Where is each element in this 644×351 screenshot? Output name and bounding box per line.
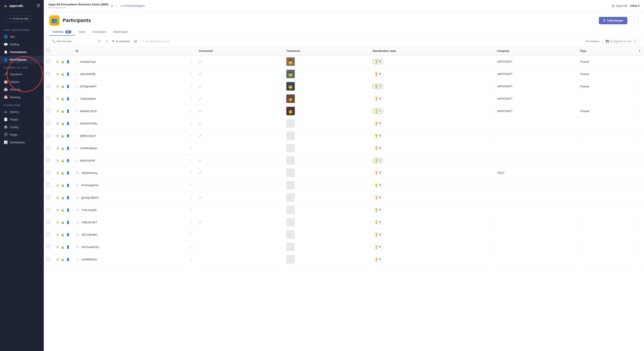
save-view-button[interactable]: 💾 Enregistrer la vue ▾ — [603, 39, 638, 44]
row-checkbox[interactable] — [47, 183, 50, 187]
delete-button[interactable]: 🗑 — [56, 245, 60, 249]
sidebar-item-apercu[interactable]: 🗂 Aperçu — [0, 108, 44, 116]
row-checkbox[interactable] — [47, 208, 50, 211]
row-checkbox[interactable] — [47, 196, 50, 199]
delete-button[interactable]: 🗑 — [56, 257, 60, 262]
lock-button[interactable]: 🔒 — [60, 257, 65, 262]
sidebar-item-webinar[interactable]: 📅 Webinar — [0, 86, 44, 93]
sidebar-item-meeting[interactable]: 📅 Meeting — [0, 93, 44, 101]
person-button[interactable]: 👤 — [66, 183, 70, 187]
sidebar-item-mailing[interactable]: ✉️ Mailing — [0, 41, 44, 48]
drag-handle-icon[interactable]: ⠿ — [190, 183, 192, 187]
row-checkbox[interactable] — [47, 159, 50, 162]
person-button[interactable]: 👤 — [66, 109, 70, 113]
access-site-button[interactable]: ↗ Accès au site — [6, 16, 31, 22]
sidebar-item-regie[interactable]: 🎬 Régie — [0, 131, 44, 138]
lock-button[interactable]: 🔒 — [60, 195, 65, 200]
sidebar-menu-button[interactable]: ☰ — [36, 3, 40, 8]
drag-handle-icon[interactable]: ⠿ — [190, 97, 192, 100]
delete-button[interactable]: 🗑 — [56, 109, 60, 113]
drag-handle-icon[interactable]: ⠿ — [190, 196, 192, 199]
lock-button[interactable]: 🔒 — [60, 72, 65, 76]
tab-anomalies[interactable]: Anomalies — [89, 28, 110, 36]
person-button[interactable]: 👤 — [66, 171, 70, 175]
drag-handle-icon[interactable]: ⠿ — [190, 220, 192, 224]
lock-button[interactable]: 🔒 — [60, 220, 65, 224]
drag-handle-icon[interactable]: ⠿ — [190, 257, 192, 261]
row-checkbox[interactable] — [47, 171, 50, 174]
sidebar-item-statistiques[interactable]: 📊 Statistiques — [0, 138, 44, 146]
delete-button[interactable]: 🗑 — [56, 121, 60, 126]
drag-handle-icon[interactable]: ⠿ — [190, 85, 192, 88]
lock-button[interactable]: 🔒 — [60, 121, 65, 126]
search-box[interactable]: 🔍 — [49, 38, 94, 44]
row-checkbox[interactable] — [47, 220, 50, 224]
delete-button[interactable]: 🗑 — [56, 84, 60, 89]
person-button[interactable]: 👤 — [66, 245, 70, 249]
person-button[interactable]: 👤 — [66, 97, 70, 101]
drag-handle-icon[interactable]: ⠿ — [190, 109, 192, 113]
sidebar-item-site[interactable]: 🌐 Site — [0, 33, 44, 41]
col-company-header[interactable]: Company ↕ — [494, 47, 577, 55]
row-checkbox[interactable] — [47, 257, 50, 261]
drag-handle-icon[interactable]: ⠿ — [190, 171, 192, 175]
row-checkbox[interactable] — [47, 245, 50, 248]
person-button[interactable]: 👤 — [66, 121, 70, 126]
lock-button[interactable]: 🔒 — [60, 158, 65, 163]
row-checkbox[interactable] — [47, 72, 50, 75]
delete-button[interactable]: 🗑 — [56, 220, 60, 224]
lock-button[interactable]: 🔒 — [60, 60, 65, 64]
person-button[interactable]: 👤 — [66, 158, 70, 163]
drag-handle-icon[interactable]: ⠿ — [190, 233, 192, 236]
row-checkbox[interactable] — [47, 85, 50, 88]
sidebar-item-pages[interactable]: 📄 Pages — [0, 116, 44, 123]
col-pays-header[interactable]: Pays ↕ — [577, 47, 635, 55]
delete-button[interactable]: 🗑 — [56, 233, 60, 237]
lock-button[interactable]: 🔒 — [60, 84, 65, 89]
drag-handle-icon[interactable]: ⠿ — [190, 146, 192, 150]
col-connected-header[interactable]: Connected ↕ — [196, 47, 284, 55]
row-checkbox[interactable] — [47, 134, 50, 137]
delete-button[interactable]: 🗑 — [56, 195, 60, 200]
add-field-button[interactable]: + — [105, 39, 109, 44]
drag-handle-icon[interactable]: ⠿ — [190, 72, 192, 76]
col-gamification-header[interactable]: Gamification stats ↕ — [370, 47, 494, 55]
person-button[interactable]: 👤 — [66, 220, 70, 224]
person-button[interactable]: 👤 — [66, 84, 70, 89]
export-button[interactable]: ⊟ — [133, 38, 138, 44]
select-all-checkbox[interactable] — [46, 49, 50, 52]
col-add-header[interactable]: + — [635, 47, 644, 55]
project-dropdown-button[interactable]: ▾ — [111, 4, 113, 8]
person-button[interactable]: 👤 — [66, 257, 70, 262]
delete-button[interactable]: 🗑 — [56, 97, 60, 101]
col-thumbnail-header[interactable]: Thumbnail ↕ — [284, 47, 370, 55]
drag-handle-icon[interactable]: ⠿ — [190, 245, 192, 249]
drag-handle-icon[interactable]: ⠿ — [190, 208, 192, 212]
sidebar-item-speakers[interactable]: 🎤 Speakers — [0, 70, 44, 78]
sidebar-item-participants[interactable]: 👤 Participants — [0, 56, 44, 63]
delete-button[interactable]: 🗑 — [56, 72, 60, 76]
tab-entrees[interactable]: Entrées 84 — [49, 28, 75, 36]
drag-handle-icon[interactable]: ⠿ — [190, 159, 192, 162]
person-button[interactable]: 👤 — [66, 60, 70, 64]
batch-edit-button[interactable]: ✏ Modification par lot — [141, 39, 171, 44]
tab-stats[interactable]: Stats — [75, 28, 89, 36]
row-checkbox[interactable] — [47, 97, 50, 100]
drag-handle-icon[interactable]: ⠿ — [190, 60, 192, 63]
lock-button[interactable]: 🔒 — [60, 245, 65, 249]
delete-button[interactable]: 🗑 — [56, 208, 60, 212]
person-button[interactable]: 👤 — [66, 208, 70, 212]
columns-selector[interactable]: 👁 8 colonnes — [112, 40, 130, 43]
more-options-button[interactable]: ⋮ — [629, 16, 638, 25]
lock-button[interactable]: 🔒 — [60, 146, 65, 150]
person-button[interactable]: 👤 — [66, 72, 70, 76]
sidebar-item-formulaires[interactable]: 📋 Formulaires — [0, 48, 44, 56]
filter-button[interactable]: ▽ — [97, 38, 102, 44]
lock-button[interactable]: 🔒 — [60, 208, 65, 212]
row-checkbox[interactable] — [47, 109, 50, 112]
delete-button[interactable]: 🗑 — [56, 134, 60, 138]
topbar-user[interactable]: Célia ▾ — [630, 4, 640, 8]
person-button[interactable]: 👤 — [66, 233, 70, 237]
delete-button[interactable]: 🗑 — [56, 60, 60, 64]
download-button[interactable]: ⬇ Télécharger — [599, 17, 628, 24]
